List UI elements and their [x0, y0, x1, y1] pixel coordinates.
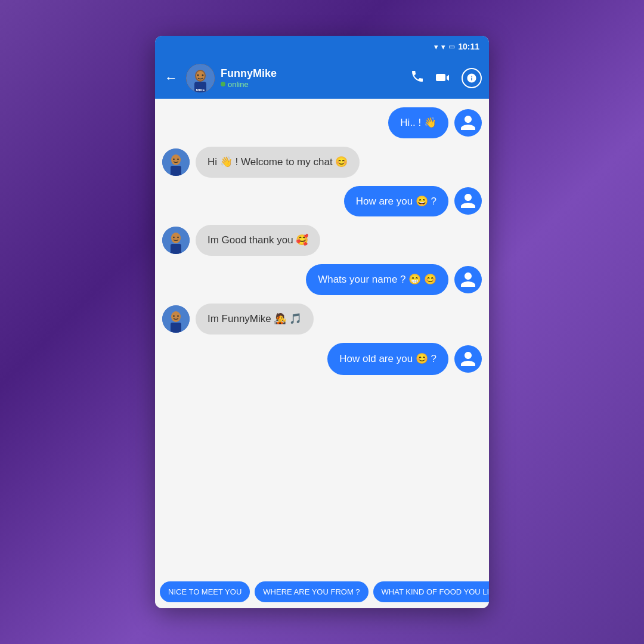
status-bar: ▾ ▾ ▭ 10:11 — [155, 36, 489, 57]
svg-rect-11 — [171, 166, 181, 176]
received-avatar — [162, 148, 190, 176]
svg-point-9 — [173, 158, 175, 160]
message-bubble: Hi 👋 ! Welcome to my chat 😊 — [196, 147, 360, 178]
sent-avatar — [454, 266, 482, 293]
message-row-partial: How old are you 😊 ? — [162, 343, 482, 375]
header-actions — [410, 68, 482, 88]
svg-point-18 — [171, 311, 181, 322]
message-bubble: Im FunnyMike 🧑‍🎤 🎵 — [196, 304, 314, 335]
received-avatar — [162, 227, 190, 254]
message-bubble: Im Good thank you 🥰 — [196, 225, 320, 256]
chat-header: ← MIKE FunnyMike online — [155, 57, 489, 99]
call-button[interactable] — [410, 69, 425, 86]
info-button[interactable] — [462, 68, 482, 88]
battery-icon: ▭ — [448, 42, 455, 51]
svg-point-3 — [197, 74, 199, 76]
status-icons: ▾ ▾ ▭ 10:11 — [434, 42, 479, 51]
message-bubble-partial: How old are you 😊 ? — [327, 343, 448, 375]
svg-point-15 — [177, 237, 179, 239]
received-avatar — [162, 305, 190, 333]
video-call-button[interactable] — [435, 69, 451, 86]
message-bubble: Hi.. ! 👋 — [388, 107, 448, 138]
contact-status: online — [221, 80, 404, 89]
quick-reply-0[interactable]: NICE TO MEET YOU — [160, 581, 250, 602]
phone-frame: ▾ ▾ ▭ 10:11 ← MIKE FunnyMike onli — [155, 36, 489, 608]
svg-point-10 — [177, 158, 179, 160]
svg-rect-16 — [171, 244, 181, 254]
svg-point-19 — [173, 315, 175, 317]
message-row: Hi.. ! 👋 — [162, 107, 482, 138]
sent-avatar — [454, 109, 482, 137]
contact-info: FunnyMike online — [221, 67, 404, 89]
svg-rect-21 — [171, 323, 181, 333]
contact-avatar: MIKE — [186, 64, 215, 92]
message-bubble: Whats your name ? 😁 😊 — [306, 264, 448, 295]
svg-point-20 — [177, 315, 179, 317]
message-row: Im FunnyMike 🧑‍🎤 🎵 — [162, 304, 482, 335]
signal-icon: ▾ — [441, 42, 445, 51]
message-row: Hi 👋 ! Welcome to my chat 😊 — [162, 147, 482, 178]
status-time: 10:11 — [458, 42, 479, 51]
message-row: How are you 😄 ? — [162, 186, 482, 217]
svg-point-4 — [202, 74, 204, 76]
svg-point-8 — [171, 154, 181, 165]
contact-name: FunnyMike — [221, 67, 404, 80]
message-row: Im Good thank you 🥰 — [162, 225, 482, 256]
quick-replies-bar: NICE TO MEET YOU WHERE ARE YOU FROM ? WH… — [155, 575, 489, 608]
wifi-icon: ▾ — [434, 42, 438, 51]
quick-reply-1[interactable]: WHERE ARE YOU FROM ? — [255, 581, 368, 602]
sent-avatar-partial — [454, 345, 482, 373]
message-row: Whats your name ? 😁 😊 — [162, 264, 482, 295]
quick-reply-2[interactable]: WHAT KIND OF FOOD YOU LIKE — [373, 581, 489, 602]
sent-avatar — [454, 187, 482, 215]
svg-point-14 — [173, 237, 175, 239]
chat-area: Hi.. ! 👋 Hi 👋 ! Welcome to my chat 😊 — [155, 99, 489, 575]
message-bubble: How are you 😄 ? — [344, 186, 448, 217]
back-button[interactable]: ← — [162, 68, 180, 88]
svg-point-13 — [171, 233, 181, 243]
online-indicator — [221, 82, 225, 86]
svg-text:MIKE: MIKE — [196, 88, 205, 92]
